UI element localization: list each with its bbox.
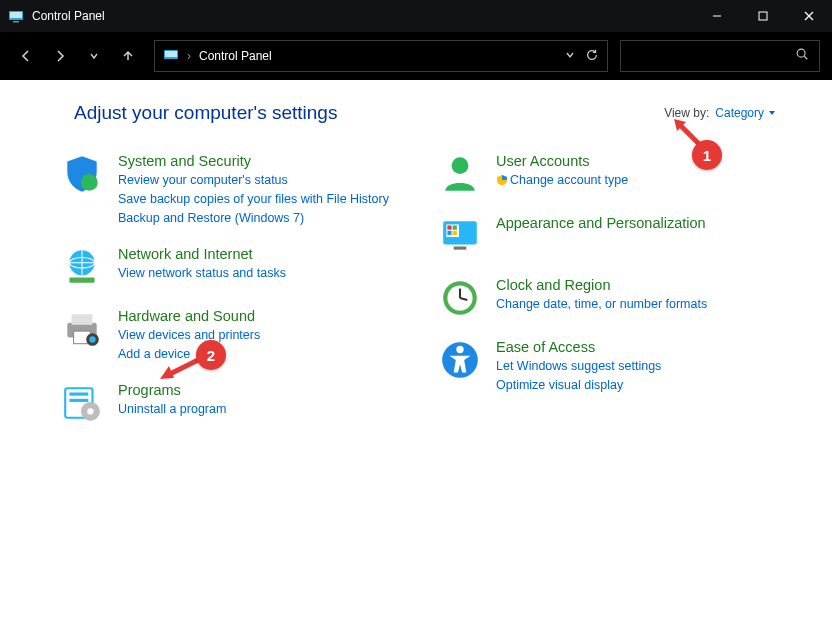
category-link[interactable]: Add a device — [118, 346, 260, 363]
search-icon — [795, 47, 809, 65]
globe-icon — [60, 245, 104, 289]
category-link[interactable]: Optimize visual display — [496, 377, 661, 394]
minimize-button[interactable] — [694, 0, 740, 32]
category-link[interactable]: Backup and Restore (Windows 7) — [118, 210, 389, 227]
category-link[interactable]: Change account type — [496, 172, 628, 189]
chevron-right-icon: › — [187, 49, 191, 63]
svg-rect-22 — [69, 399, 88, 402]
clock-icon — [438, 276, 482, 320]
category-heading[interactable]: Hardware and Sound — [118, 307, 260, 325]
annotation-badge-1: 1 — [692, 140, 722, 170]
svg-rect-21 — [69, 393, 88, 396]
category-link[interactable]: View devices and printers — [118, 327, 260, 344]
right-column: User Accounts Change account type Appear… — [438, 152, 796, 425]
svg-point-25 — [452, 157, 469, 174]
svg-rect-28 — [447, 226, 451, 230]
category-heading[interactable]: Programs — [118, 381, 226, 399]
svg-rect-30 — [447, 231, 451, 235]
view-by: View by: Category — [664, 106, 776, 120]
address-icon — [163, 47, 179, 66]
svg-rect-8 — [165, 51, 177, 57]
svg-line-10 — [804, 56, 807, 59]
category-ease-of-access: Ease of Access Let Windows suggest setti… — [438, 338, 796, 394]
category-heading[interactable]: Network and Internet — [118, 245, 286, 263]
svg-rect-31 — [453, 231, 457, 235]
category-heading[interactable]: Appearance and Personalization — [496, 214, 706, 232]
forward-button[interactable] — [46, 42, 74, 70]
svg-rect-32 — [454, 247, 467, 250]
uac-shield-icon — [496, 174, 508, 186]
address-location: Control Panel — [199, 49, 272, 63]
programs-icon — [60, 381, 104, 425]
monitor-icon — [438, 214, 482, 258]
category-link[interactable]: Uninstall a program — [118, 401, 226, 418]
content-area: Adjust your computer's settings View by:… — [0, 80, 832, 634]
category-user-accounts: User Accounts Change account type — [438, 152, 796, 196]
svg-point-38 — [456, 346, 463, 353]
view-by-label: View by: — [664, 106, 709, 120]
svg-rect-4 — [759, 12, 767, 20]
left-column: System and Security Review your computer… — [60, 152, 418, 425]
chevron-down-icon — [768, 109, 776, 117]
category-heading[interactable]: System and Security — [118, 152, 389, 170]
view-by-dropdown[interactable]: Category — [715, 106, 776, 120]
search-box[interactable] — [620, 40, 820, 72]
recent-dropdown[interactable] — [80, 42, 108, 70]
svg-point-24 — [87, 408, 93, 414]
category-link[interactable]: Save backup copies of your files with Fi… — [118, 191, 389, 208]
svg-point-9 — [797, 49, 805, 57]
category-link[interactable]: Change date, time, or number formats — [496, 296, 707, 313]
accessibility-icon — [438, 338, 482, 382]
refresh-button[interactable] — [585, 48, 599, 65]
svg-point-11 — [81, 174, 98, 191]
category-heading[interactable]: Clock and Region — [496, 276, 707, 294]
svg-rect-1 — [10, 12, 22, 18]
shield-icon — [60, 152, 104, 196]
maximize-button[interactable] — [740, 0, 786, 32]
printer-icon — [60, 307, 104, 351]
page-title: Adjust your computer's settings — [74, 102, 337, 124]
annotation-badge-2: 2 — [196, 340, 226, 370]
back-button[interactable] — [12, 42, 40, 70]
category-clock-region: Clock and Region Change date, time, or n… — [438, 276, 796, 320]
category-link[interactable]: View network status and tasks — [118, 265, 286, 282]
close-button[interactable] — [786, 0, 832, 32]
titlebar: Control Panel — [0, 0, 832, 32]
category-network-internet: Network and Internet View network status… — [60, 245, 418, 289]
category-programs: Programs Uninstall a program — [60, 381, 418, 425]
svg-rect-2 — [13, 21, 19, 23]
address-dropdown-icon[interactable] — [565, 49, 575, 63]
category-hardware-sound: Hardware and Sound View devices and prin… — [60, 307, 418, 363]
category-heading[interactable]: Ease of Access — [496, 338, 661, 356]
view-by-value: Category — [715, 106, 764, 120]
address-bar[interactable]: › Control Panel — [154, 40, 608, 72]
category-appearance: Appearance and Personalization — [438, 214, 796, 258]
up-button[interactable] — [114, 42, 142, 70]
svg-rect-16 — [72, 314, 93, 325]
svg-rect-14 — [69, 278, 94, 283]
user-icon — [438, 152, 482, 196]
category-system-security: System and Security Review your computer… — [60, 152, 418, 227]
category-heading[interactable]: User Accounts — [496, 152, 628, 170]
window-title: Control Panel — [32, 9, 105, 23]
category-link[interactable]: Let Windows suggest settings — [496, 358, 661, 375]
toolbar: › Control Panel — [0, 32, 832, 80]
category-link[interactable]: Review your computer's status — [118, 172, 389, 189]
svg-rect-29 — [453, 226, 457, 230]
svg-point-19 — [89, 336, 95, 342]
app-icon — [8, 8, 24, 24]
